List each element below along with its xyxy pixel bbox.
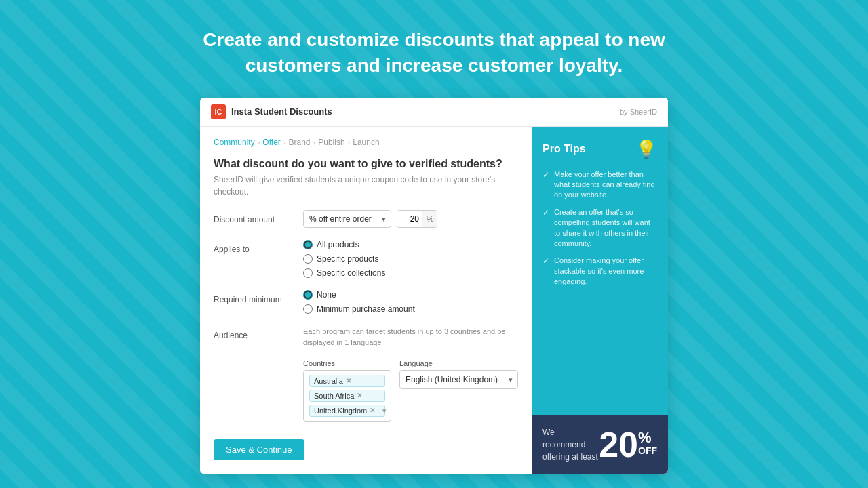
language-select-wrapper: English (United Kingdom) English (United… [399,370,518,389]
percent-label: % [422,211,437,227]
breadcrumb-community[interactable]: Community [214,138,255,147]
countries-label: Countries [303,359,391,367]
countries-field: Countries Australia ✕ South Africa ✕ Uni… [303,359,391,422]
discount-controls: % off entire order $ off entire order Fr… [303,210,518,228]
discount-value-wrapper: % [397,210,437,228]
minimum-controls: None Minimum purchase amount [303,290,518,314]
audience-desc: Each program can target students in up t… [303,326,518,348]
applies-specific-products[interactable]: Specific products [303,254,518,264]
discount-type-select[interactable]: % off entire order $ off entire order Fr… [303,210,391,228]
check-icon-2: ✓ [542,208,549,218]
app-card: IC Insta Student Discounts by SheerID Co… [200,98,668,474]
recommend-number: 20 % OFF [599,427,657,462]
pro-tips-title: Pro Tips [542,143,586,155]
countries-box[interactable]: Australia ✕ South Africa ✕ United Kingdo… [303,370,391,422]
save-continue-button[interactable]: Save & Continue [214,439,304,460]
recommend-card: We recommend offering at least 20 % OFF [532,415,668,474]
discount-value-input[interactable] [397,211,422,227]
applies-row: Applies to All products Specific product… [214,240,518,278]
pro-tip-1: ✓ Make your offer better than what stude… [542,169,657,201]
side-panel: Pro Tips 💡 ✓ Make your offer better than… [532,127,668,474]
breadcrumb-brand[interactable]: Brand [289,138,311,147]
remove-australia[interactable]: ✕ [346,377,351,384]
pro-tips-card: Pro Tips 💡 ✓ Make your offer better than… [532,127,668,415]
discount-inline: % off entire order $ off entire order Fr… [303,210,518,228]
pro-tips-header: Pro Tips 💡 [542,139,657,160]
audience-controls: Each program can target students in up t… [303,326,518,422]
app-logo: IC Insta Student Discounts [211,104,332,119]
recommend-big-number: 20 [599,427,638,462]
applies-all-products[interactable]: All products [303,240,518,249]
section-title: What discount do you want to give to ver… [214,158,518,170]
percent-sign: % [638,430,657,446]
pro-tip-text-2: Create an offer that's so compelling stu… [554,207,657,249]
recommend-text: We recommend offering at least [542,426,599,463]
app-title: Insta Student Discounts [231,106,332,117]
main-panel: Community › Offer › Brand › Publish › La… [200,127,532,474]
applies-controls: All products Specific products Specific … [303,240,518,278]
breadcrumb-publish[interactable]: Publish [318,138,344,147]
language-select[interactable]: English (United Kingdom) English (United… [399,370,518,389]
logo-icon: IC [211,104,226,119]
app-header: IC Insta Student Discounts by SheerID [200,98,668,127]
minimum-purchase[interactable]: Minimum purchase amount [303,304,518,314]
pro-tip-text-1: Make your offer better than what student… [554,169,657,201]
remove-united-kingdom[interactable]: ✕ [370,407,375,414]
remove-south-africa[interactable]: ✕ [357,392,362,399]
pro-tip-2: ✓ Create an offer that's so compelling s… [542,207,657,249]
discount-row: Discount amount % off entire order $ off… [214,210,518,228]
country-australia[interactable]: Australia ✕ [309,375,385,387]
language-label: Language [399,359,518,367]
percent-off-block: % OFF [638,427,657,457]
breadcrumb: Community › Offer › Brand › Publish › La… [214,138,518,147]
applies-specific-collections[interactable]: Specific collections [303,268,518,278]
off-text: OFF [638,446,657,456]
page-heading: Create and customize discounts that appe… [203,27,665,79]
breadcrumb-offer[interactable]: Offer [262,138,280,147]
bulb-icon: 💡 [635,139,657,160]
check-icon-1: ✓ [542,170,549,180]
audience-fields: Countries Australia ✕ South Africa ✕ Uni… [303,359,518,422]
minimum-none[interactable]: None [303,290,518,300]
check-icon-3: ✓ [542,256,549,266]
minimum-row: Required minimum None Minimum purchase a… [214,290,518,314]
country-united-kingdom[interactable]: United Kingdom ✕ [309,405,385,417]
app-body: Community › Offer › Brand › Publish › La… [200,127,668,474]
breadcrumb-launch[interactable]: Launch [353,138,379,147]
country-south-africa[interactable]: South Africa ✕ [309,390,385,402]
minimum-label: Required minimum [214,290,295,304]
language-field: Language English (United Kingdom) Englis… [399,359,518,389]
section-desc: SheerID will give verified students a un… [214,174,518,198]
countries-chevron-icon: ▾ [382,407,387,415]
audience-label: Audience [214,326,295,340]
audience-row: Audience Each program can target student… [214,326,518,422]
app-by: by SheerID [620,108,657,116]
pro-tip-text-3: Consider making your offer stackable so … [554,256,657,287]
pro-tip-3: ✓ Consider making your offer stackable s… [542,256,657,287]
discount-type-wrapper: % off entire order $ off entire order Fr… [303,210,391,228]
applies-label: Applies to [214,240,295,254]
discount-label: Discount amount [214,210,295,224]
